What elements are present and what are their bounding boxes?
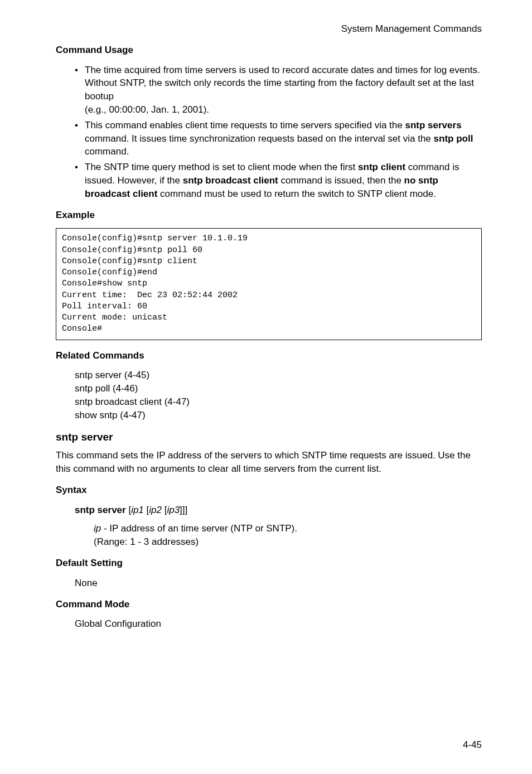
bullet-item: • The SNTP time query method is set to c… <box>75 161 482 200</box>
related-item: sntp broadcast client (4-47) <box>75 395 482 409</box>
command-mode-value: Global Configuration <box>75 617 482 631</box>
syntax-title: Syntax <box>56 483 482 497</box>
bullet-item: • The time acquired from time servers is… <box>75 64 482 117</box>
bullet-text: The time acquired from time servers is u… <box>85 64 482 117</box>
sntp-server-description: This command sets the IP address of the … <box>56 449 482 476</box>
default-setting-title: Default Setting <box>56 557 482 570</box>
syntax-command: sntp server [ip1 [ip2 [ip3]]] <box>75 504 482 517</box>
related-item: sntp server (4-45) <box>75 369 482 382</box>
related-item: sntp poll (4-46) <box>75 382 482 395</box>
page-number: 4-45 <box>463 738 482 752</box>
bullet-marker: • <box>75 161 85 200</box>
example-code-block: Console(config)#sntp server 10.1.0.19 Co… <box>56 228 482 340</box>
command-usage-title: Command Usage <box>56 43 482 57</box>
syntax-description: ip - IP address of an time server (NTP o… <box>94 522 482 549</box>
command-usage-list: • The time acquired from time servers is… <box>75 64 482 201</box>
syntax-block: sntp server [ip1 [ip2 [ip3]]] ip - IP ad… <box>75 504 482 549</box>
example-title: Example <box>56 209 482 222</box>
page-header: System Management Commands <box>56 22 482 36</box>
related-commands-list: sntp server (4-45) sntp poll (4-46) sntp… <box>75 369 482 422</box>
related-commands-title: Related Commands <box>56 349 482 362</box>
bullet-text: The SNTP time query method is set to cli… <box>85 161 482 200</box>
command-mode-title: Command Mode <box>56 598 482 611</box>
sntp-server-heading: sntp server <box>56 430 482 445</box>
bullet-marker: • <box>75 119 85 158</box>
bullet-text: This command enables client time request… <box>85 119 482 158</box>
bullet-marker: • <box>75 64 85 117</box>
related-item: show sntp (4-47) <box>75 409 482 422</box>
bullet-item: • This command enables client time reque… <box>75 119 482 158</box>
default-setting-value: None <box>75 577 482 590</box>
